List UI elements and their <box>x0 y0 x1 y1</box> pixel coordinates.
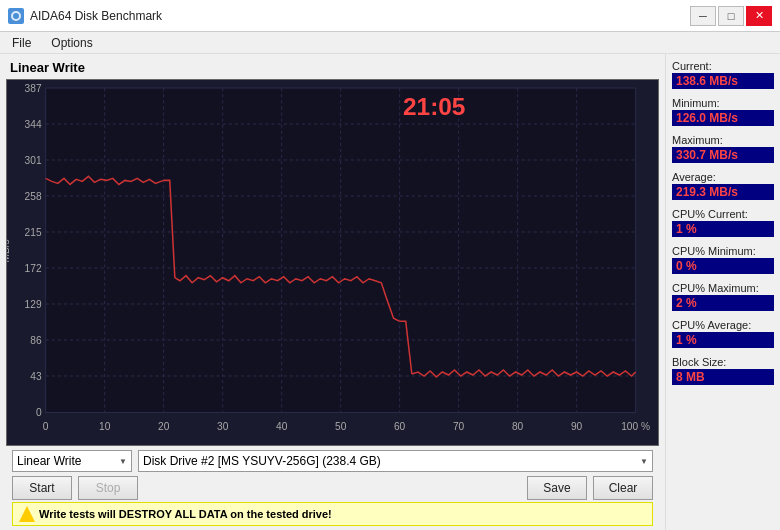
test-type-dropdown[interactable]: Linear Write ▼ <box>12 450 132 472</box>
close-button[interactable]: ✕ <box>746 6 772 26</box>
svg-text:50: 50 <box>335 421 347 432</box>
menubar: File Options <box>0 32 780 54</box>
current-value: 138.6 MB/s <box>672 73 774 89</box>
window-controls: ─ □ ✕ <box>690 6 772 26</box>
current-label: Current: <box>672 60 774 72</box>
chart-container: 387 344 301 258 215 172 129 86 43 0 MB/s… <box>6 79 659 446</box>
average-value: 219.3 MB/s <box>672 184 774 200</box>
svg-text:90: 90 <box>571 421 583 432</box>
svg-text:129: 129 <box>25 299 42 310</box>
maximum-label: Maximum: <box>672 134 774 146</box>
stat-average: Average: 219.3 MB/s <box>672 171 774 200</box>
block-size-value: 8 MB <box>672 369 774 385</box>
disk-dropdown-arrow: ▼ <box>640 457 648 466</box>
menu-options[interactable]: Options <box>47 35 96 51</box>
menu-file[interactable]: File <box>8 35 35 51</box>
svg-text:10: 10 <box>99 421 111 432</box>
warning-text: Write tests will DESTROY ALL DATA on the… <box>39 508 332 520</box>
cpu-maximum-label: CPU% Maximum: <box>672 282 774 294</box>
svg-text:43: 43 <box>30 371 42 382</box>
svg-text:344: 344 <box>25 119 42 130</box>
maximize-button[interactable]: □ <box>718 6 744 26</box>
chart-svg: 387 344 301 258 215 172 129 86 43 0 MB/s… <box>7 80 658 445</box>
stat-cpu-average: CPU% Average: 1 % <box>672 319 774 348</box>
titlebar-left: AIDA64 Disk Benchmark <box>8 8 162 24</box>
svg-text:21:05: 21:05 <box>403 94 465 121</box>
window-title: AIDA64 Disk Benchmark <box>30 9 162 23</box>
stat-maximum: Maximum: 330.7 MB/s <box>672 134 774 163</box>
svg-text:258: 258 <box>25 191 42 202</box>
cpu-current-label: CPU% Current: <box>672 208 774 220</box>
cpu-average-value: 1 % <box>672 332 774 348</box>
cpu-average-label: CPU% Average: <box>672 319 774 331</box>
test-dropdown-arrow: ▼ <box>119 457 127 466</box>
block-size-label: Block Size: <box>672 356 774 368</box>
disk-value: Disk Drive #2 [MS YSUYV-256G] (238.4 GB) <box>143 454 381 468</box>
stats-panel: Current: 138.6 MB/s Minimum: 126.0 MB/s … <box>665 54 780 530</box>
test-type-value: Linear Write <box>17 454 81 468</box>
svg-text:70: 70 <box>453 421 465 432</box>
chart-title: Linear Write <box>6 60 659 79</box>
control-row-2: Start Stop Save Clear <box>12 476 653 500</box>
stat-block-size: Block Size: 8 MB <box>672 356 774 385</box>
minimize-button[interactable]: ─ <box>690 6 716 26</box>
stat-cpu-maximum: CPU% Maximum: 2 % <box>672 282 774 311</box>
stat-minimum: Minimum: 126.0 MB/s <box>672 97 774 126</box>
svg-text:60: 60 <box>394 421 406 432</box>
bottom-controls: Linear Write ▼ Disk Drive #2 [MS YSUYV-2… <box>6 446 659 530</box>
minimum-label: Minimum: <box>672 97 774 109</box>
svg-text:0: 0 <box>36 407 42 418</box>
svg-text:20: 20 <box>158 421 170 432</box>
svg-point-1 <box>13 13 19 19</box>
svg-text:MB/s: MB/s <box>7 239 11 262</box>
titlebar: AIDA64 Disk Benchmark ─ □ ✕ <box>0 0 780 32</box>
minimum-value: 126.0 MB/s <box>672 110 774 126</box>
start-button[interactable]: Start <box>12 476 72 500</box>
warning-icon <box>19 506 35 522</box>
clear-button[interactable]: Clear <box>593 476 653 500</box>
svg-text:40: 40 <box>276 421 288 432</box>
disk-dropdown[interactable]: Disk Drive #2 [MS YSUYV-256G] (238.4 GB)… <box>138 450 653 472</box>
cpu-minimum-value: 0 % <box>672 258 774 274</box>
svg-text:100 %: 100 % <box>621 421 650 432</box>
svg-text:172: 172 <box>25 263 42 274</box>
app-icon <box>8 8 24 24</box>
svg-text:80: 80 <box>512 421 524 432</box>
save-button[interactable]: Save <box>527 476 587 500</box>
stat-cpu-minimum: CPU% Minimum: 0 % <box>672 245 774 274</box>
svg-text:301: 301 <box>25 155 42 166</box>
svg-text:0: 0 <box>43 421 49 432</box>
cpu-current-value: 1 % <box>672 221 774 237</box>
average-label: Average: <box>672 171 774 183</box>
cpu-maximum-value: 2 % <box>672 295 774 311</box>
svg-text:387: 387 <box>25 83 42 94</box>
main-content: Linear Write <box>0 54 780 530</box>
svg-text:86: 86 <box>30 335 42 346</box>
stat-cpu-current: CPU% Current: 1 % <box>672 208 774 237</box>
svg-text:30: 30 <box>217 421 229 432</box>
stop-button[interactable]: Stop <box>78 476 138 500</box>
maximum-value: 330.7 MB/s <box>672 147 774 163</box>
warning-bar: Write tests will DESTROY ALL DATA on the… <box>12 502 653 526</box>
chart-area: Linear Write <box>0 54 665 530</box>
svg-text:215: 215 <box>25 227 42 238</box>
stat-current: Current: 138.6 MB/s <box>672 60 774 89</box>
control-row-1: Linear Write ▼ Disk Drive #2 [MS YSUYV-2… <box>12 450 653 472</box>
cpu-minimum-label: CPU% Minimum: <box>672 245 774 257</box>
